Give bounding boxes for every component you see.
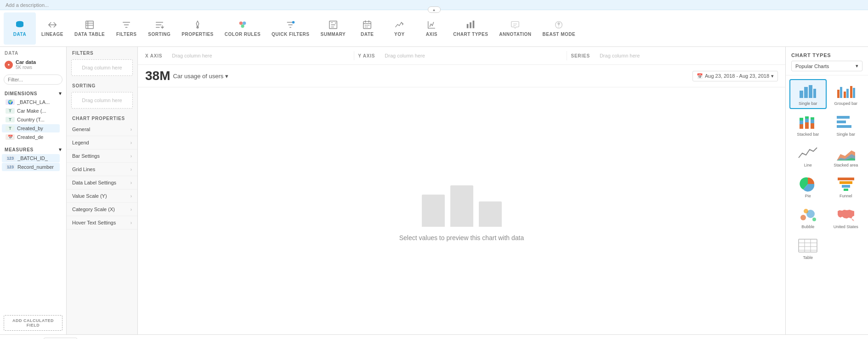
prop-item-data-label[interactable]: Data Label Settings › <box>67 176 137 190</box>
chart-type-stacked-area[interactable]: Stacked area <box>828 141 865 171</box>
date-range[interactable]: 📅 Aug 23, 2018 - Aug 23, 2018 ▾ <box>692 71 778 81</box>
toolbar-item-properties[interactable]: PROPERTIES <box>176 12 219 45</box>
middle-panel: FILTERS Drag column here SORTING Drag co… <box>67 47 138 334</box>
toolbar-item-summary[interactable]: # SUMMARY <box>315 12 352 45</box>
svg-rect-25 <box>800 124 803 129</box>
chart-type-stacked-bar[interactable]: Stacked bar <box>789 110 827 140</box>
dimension-item-carmake[interactable]: T Car Make (... <box>2 107 60 115</box>
measure-item-recordnum[interactable]: 123 Record_number <box>2 163 60 171</box>
collapse-button[interactable]: ▲ <box>428 6 441 13</box>
measure-label-batchid: _BATCH_ID_ <box>17 155 48 161</box>
sidebar-title: DATA <box>0 47 66 57</box>
chart-type-united-states[interactable]: United States <box>828 202 865 232</box>
type-badge-T3: T <box>6 126 15 131</box>
toolbar-item-lineage[interactable]: LINEAGE <box>36 12 69 45</box>
svg-text:#: # <box>335 22 337 24</box>
x-axis-drop[interactable]: Drag column here <box>166 51 350 61</box>
measures-collapse-icon: ▾ <box>59 146 62 153</box>
stacked-area-icon <box>836 145 856 161</box>
prop-item-category-scale[interactable]: Category Scale (X) › <box>67 203 137 216</box>
measure-item-batchid[interactable]: 123 _BATCH_ID_ <box>2 154 60 162</box>
toolbar-item-axis[interactable]: AXIS <box>415 12 448 45</box>
svg-rect-44 <box>844 189 848 191</box>
line-icon <box>798 145 818 161</box>
chart-type-bubble[interactable]: Bubble <box>789 202 827 232</box>
toolbar-beastmode-label: BEAST MODE <box>543 32 576 37</box>
row-select[interactable]: All rows <box>44 338 77 339</box>
data-source-item[interactable]: ● Car data 5K rows <box>0 57 66 72</box>
chart-type-single-bar-h[interactable]: Single bar <box>828 110 865 140</box>
dimension-item-country[interactable]: T Country (T... <box>2 115 60 124</box>
prop-item-legend[interactable]: Legend › <box>67 136 137 149</box>
dimension-label-carmake: Car Make (... <box>17 108 46 114</box>
chart-type-line[interactable]: Line <box>789 141 827 171</box>
dimension-item-createdde[interactable]: 📅 Created_de <box>2 133 60 141</box>
pie-label: Pie <box>805 194 811 199</box>
svg-rect-24 <box>853 88 855 98</box>
toolbar-item-colorrules[interactable]: COLOR RULES <box>219 12 266 45</box>
svg-point-3 <box>239 22 243 25</box>
left-sidebar: DATA ● Car data 5K rows DIMENSIONS ▾ 🌍 _… <box>0 47 67 334</box>
chart-subtitle[interactable]: Car usage of users ▾ <box>173 73 228 80</box>
svg-rect-26 <box>800 121 803 124</box>
chart-type-pie[interactable]: Pie <box>789 172 827 201</box>
desc-text[interactable]: Add a description... <box>6 2 49 8</box>
chart-type-funnel[interactable]: Funnel <box>828 172 865 201</box>
measures-header[interactable]: MEASURES ▾ <box>0 144 66 154</box>
stacked-bar-label: Stacked bar <box>797 132 819 137</box>
series-drop[interactable]: Drag column here <box>594 51 778 61</box>
axis-divider-2 <box>567 51 567 60</box>
main-layout: DATA ● Car data 5K rows DIMENSIONS ▾ 🌍 _… <box>0 47 868 334</box>
prop-arrow-catscale: › <box>130 207 132 212</box>
chart-properties-list: General › Legend › Bar Settings › Grid L… <box>67 123 137 230</box>
toolbar-summary-label: SUMMARY <box>321 32 346 37</box>
dimension-item-createdby[interactable]: T Created_by <box>2 124 60 132</box>
toolbar-item-annotation[interactable]: ANNOTATION <box>494 12 537 45</box>
chart-count: 38M <box>145 69 170 83</box>
chart-type-table[interactable]: Table <box>789 233 827 263</box>
toolbar-axis-label: AXIS <box>426 32 437 37</box>
toolbar-item-beastmode[interactable]: BEAST MODE <box>537 12 581 45</box>
toolbar-filters-label: FILTERS <box>116 32 136 37</box>
prop-arrow-hovertext: › <box>130 220 132 225</box>
chart-type-grouped-bar[interactable]: Grouped bar <box>828 79 865 109</box>
prop-arrow-legend: › <box>130 140 132 145</box>
line-label: Line <box>804 163 812 168</box>
toolbar-item-charttypes[interactable]: CHART TYPES <box>448 12 494 45</box>
grouped-bar-label: Grouped bar <box>834 101 857 106</box>
toolbar-item-sorting[interactable]: SORTING <box>142 12 176 45</box>
toolbar-item-filters[interactable]: FILTERS <box>110 12 142 45</box>
toolbar-annotation-label: ANNOTATION <box>499 32 531 37</box>
svg-rect-43 <box>842 185 850 188</box>
toolbar-item-quickfilters[interactable]: QUICK FILTERS <box>266 12 315 45</box>
table-icon <box>798 237 818 254</box>
toolbar-item-yoy[interactable]: YOY <box>383 12 415 45</box>
toolbar-item-date[interactable]: DATE <box>351 12 383 45</box>
svg-rect-22 <box>846 89 849 98</box>
svg-rect-17 <box>809 85 812 98</box>
y-axis-drop[interactable]: Drag column here <box>379 51 563 61</box>
prop-item-value-scale[interactable]: Value Scale (Y) › <box>67 190 137 203</box>
svg-point-14 <box>558 27 559 28</box>
prop-item-grid-lines[interactable]: Grid Lines › <box>67 163 137 176</box>
filters-drag-area[interactable]: Drag column here <box>71 59 133 76</box>
svg-rect-29 <box>805 119 809 122</box>
svg-rect-11 <box>470 23 471 29</box>
prop-arrow-bar: › <box>130 154 132 159</box>
bar-preview-1 <box>422 195 445 227</box>
add-calculated-field-button[interactable]: ADD CALCULATED FIELD <box>4 315 62 331</box>
dimension-item-batch[interactable]: 🌍 _BATCH_LA... <box>2 98 60 106</box>
sidebar-filter-input[interactable] <box>4 75 62 85</box>
prop-item-hover-text[interactable]: Hover Text Settings › <box>67 216 137 230</box>
svg-point-4 <box>243 22 246 25</box>
right-panel-header: CHART TYPES Popular Charts ▾ <box>786 47 868 75</box>
sorting-drag-area[interactable]: Drag column here <box>71 92 133 109</box>
dimensions-header[interactable]: DIMENSIONS ▾ <box>0 87 66 98</box>
toolbar-item-data[interactable]: DATA <box>4 12 36 45</box>
prop-item-bar-settings[interactable]: Bar Settings › <box>67 149 137 163</box>
prop-item-general[interactable]: General › <box>67 123 137 136</box>
toolbar-item-datatable[interactable]: DATA TABLE <box>69 12 110 45</box>
chart-area: X AXIS Drag column here Y AXIS Drag colu… <box>138 47 785 334</box>
popular-charts-dropdown[interactable]: Popular Charts ▾ <box>791 61 862 71</box>
chart-type-single-bar[interactable]: Single bar <box>789 79 827 109</box>
